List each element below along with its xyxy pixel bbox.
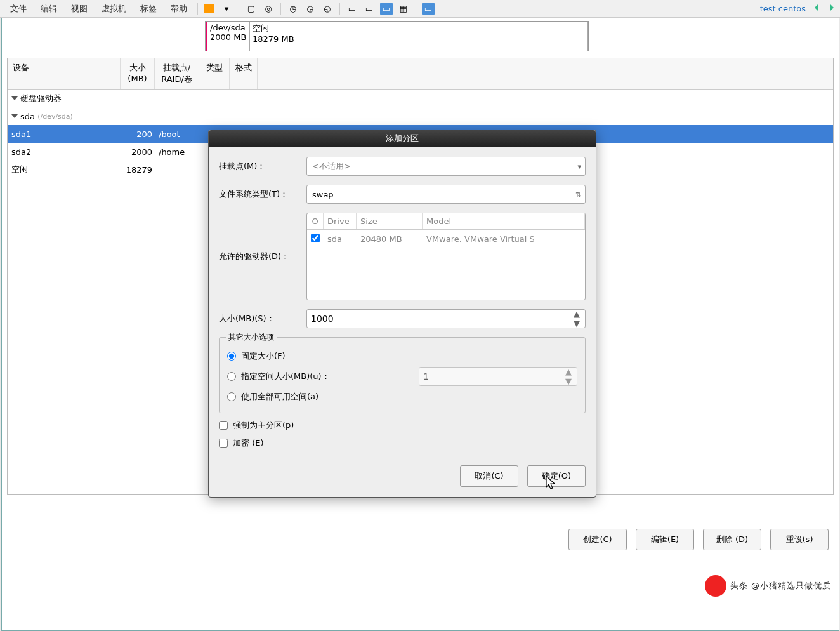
revert-icon[interactable]: ◶ (304, 3, 317, 15)
menu-help[interactable]: 帮助 (164, 1, 194, 17)
drive-seg-used: /dev/sda 2000 MB (206, 22, 250, 51)
col-format[interactable]: 格式 (230, 58, 258, 89)
menu-vm[interactable]: 虚拟机 (95, 1, 133, 17)
radio-fill-up-to[interactable] (227, 372, 236, 381)
view-window-icon[interactable]: ▭ (422, 3, 435, 15)
snapshot-icon[interactable]: ▢ (245, 3, 258, 15)
col-type[interactable]: 类型 (199, 58, 230, 89)
expander-icon[interactable] (11, 96, 18, 100)
mount-point-value: <不适用> (312, 161, 351, 172)
table-header: 设备 大小 (MB) 挂载点/ RAID/卷 类型 格式 (8, 58, 833, 90)
drive-usage-bar: /dev/sda 2000 MB 空闲 18279 MB (205, 21, 589, 51)
dropdown-icon[interactable]: ▾ (220, 3, 233, 15)
drives-col-drive: Drive (324, 213, 357, 229)
action-buttons: 创建(C) 编辑(E) 删除 (D) 重设(s) (568, 529, 829, 550)
add-partition-dialog: 添加分区 挂载点(M)： <不适用> ▾ 文件系统类型(T)： swap ⇅ 允… (208, 130, 596, 498)
watermark: 头条 @小猪精选只做优质 (705, 575, 831, 597)
drive-seg-free: 空闲 18279 MB (250, 22, 588, 51)
menu-view[interactable]: 视图 (65, 1, 94, 17)
delete-button[interactable]: 删除 (D) (703, 529, 761, 550)
expander-icon[interactable] (11, 114, 18, 118)
toolbar-icons: ▾ ▢ ◎ ◷ ◶ ◵ ▭ ▭ ▭ ▦ ▭ (202, 3, 436, 15)
manage-icon[interactable]: ◵ (321, 3, 334, 15)
menu-file[interactable]: 文件 (4, 1, 33, 17)
size-options-legend: 其它大小选项 (226, 332, 277, 343)
vm-name-label[interactable]: test centos (758, 4, 808, 13)
camera-icon[interactable]: ◎ (262, 3, 275, 15)
drive-size: 20480 MB (357, 232, 423, 246)
encrypt-checkbox[interactable] (219, 439, 228, 448)
spin-arrows-icon[interactable]: ▲▼ (565, 367, 575, 386)
cell-size: 18279 (122, 165, 156, 175)
radio-fixed[interactable] (227, 352, 236, 361)
updown-icon: ⇅ (575, 190, 581, 199)
menubar: 文件 编辑 视图 虚拟机 标签 帮助 ▾ ▢ ◎ ◷ ◶ ◵ ▭ ▭ ▭ ▦ ▭… (0, 0, 840, 18)
size-input[interactable] (311, 314, 570, 324)
watermark-text: 头条 @小猪精选只做优质 (730, 580, 831, 592)
next-vm-icon[interactable] (826, 3, 836, 15)
cell-device: sda2 (11, 147, 122, 157)
sda-path: (/dev/sda) (37, 112, 73, 121)
fstype-label: 文件系统类型(T)： (219, 189, 306, 200)
cell-device: sda1 (11, 130, 122, 139)
cell-size: 200 (122, 130, 156, 139)
create-button[interactable]: 创建(C) (568, 529, 627, 550)
fstype-value: swap (312, 190, 334, 199)
force-primary-checkbox[interactable] (219, 421, 228, 430)
fstype-combo[interactable]: swap ⇅ (306, 185, 586, 204)
force-primary-label: 强制为主分区(p) (233, 420, 294, 431)
size-spinner[interactable]: ▲▼ (306, 309, 586, 328)
menu-edit[interactable]: 编辑 (34, 1, 63, 17)
drives-col-size: Size (357, 213, 423, 229)
fullscreen-icon[interactable]: ▭ (380, 3, 393, 15)
prev-vm-icon[interactable] (812, 3, 822, 15)
fill-size-spinner[interactable]: ▲▼ (419, 367, 577, 386)
drive-model: VMware, VMware Virtual S (423, 232, 585, 246)
drive-checkbox[interactable] (311, 234, 320, 242)
drive-name: sda (324, 232, 357, 246)
menu-tabs[interactable]: 标签 (134, 1, 163, 17)
mount-point-label: 挂载点(M)： (219, 161, 306, 172)
fill-size-input[interactable] (423, 371, 561, 382)
drive-row[interactable]: sda 20480 MB VMware, VMware Virtual S (307, 230, 585, 248)
view-multi-icon[interactable]: ▦ (397, 3, 410, 15)
ok-button[interactable]: 确定(O) (527, 465, 586, 487)
encrypt-label: 加密 (E) (233, 437, 264, 449)
cell-device: 空闲 (11, 164, 122, 175)
cancel-button[interactable]: 取消(C) (460, 465, 518, 487)
drives-label: 允许的驱动器(D)： (219, 251, 306, 262)
size-label: 大小(MB)(S)： (219, 313, 306, 324)
radio-fill-all[interactable] (227, 392, 236, 401)
size-options-fieldset: 其它大小选项 固定大小(F) 指定空间大小(MB)(u)： ▲▼ 使用全部可用空… (219, 337, 586, 413)
sda-label: sda (20, 112, 35, 121)
avatar-icon (705, 575, 726, 597)
seg-free-label: 空闲 (253, 23, 585, 34)
edit-button[interactable]: 编辑(E) (636, 529, 694, 550)
col-size[interactable]: 大小 (MB) (121, 58, 155, 89)
mount-point-combo[interactable]: <不适用> ▾ (306, 157, 586, 176)
reset-button[interactable]: 重设(s) (770, 529, 829, 550)
view-unity-icon[interactable]: ▭ (363, 3, 376, 15)
radio-fill-all-label: 使用全部可用空间(a) (241, 391, 577, 402)
cell-size: 2000 (122, 147, 156, 157)
dialog-title[interactable]: 添加分区 (209, 130, 596, 147)
drives-header: O Drive Size Model (307, 213, 585, 230)
col-device[interactable]: 设备 (8, 58, 121, 89)
clock-icon[interactable]: ◷ (287, 3, 299, 15)
root-label: 硬盘驱动器 (20, 93, 62, 104)
chevron-down-icon: ▾ (577, 163, 581, 171)
cell-mount: /boot (156, 130, 200, 139)
view-console-icon[interactable]: ▭ (346, 3, 358, 15)
cell-mount: /home (156, 147, 200, 157)
allowable-drives-list[interactable]: O Drive Size Model sda 20480 MB VMware, … (306, 213, 586, 300)
tree-root-row[interactable]: 硬盘驱动器 (8, 90, 833, 107)
col-mount[interactable]: 挂载点/ RAID/卷 (155, 58, 199, 89)
pause-icon[interactable] (203, 3, 216, 15)
seg-free-size: 18279 MB (253, 34, 585, 44)
seg-size: 2000 MB (210, 32, 247, 42)
tree-sda-row[interactable]: sda (/dev/sda) (8, 107, 833, 125)
radio-fill-up-to-label: 指定空间大小(MB)(u)： (241, 371, 414, 382)
spin-arrows-icon[interactable]: ▲▼ (574, 309, 584, 328)
drives-col-model: Model (423, 213, 585, 229)
drives-col-check: O (307, 213, 324, 229)
